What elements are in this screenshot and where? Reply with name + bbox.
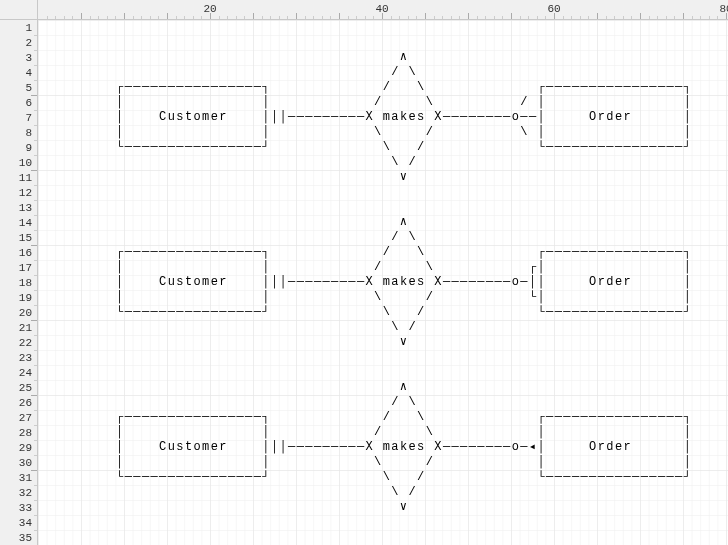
grid-cell: │ — [115, 440, 124, 455]
grid-cell: ┐ — [262, 245, 271, 260]
grid-cell: k — [399, 440, 408, 455]
grid-cell: ─ — [133, 470, 142, 485]
grid-cell: ─ — [227, 245, 236, 260]
grid-cell: ┐ — [683, 80, 692, 95]
grid-cell: │ — [262, 125, 271, 140]
row-tick-label: 5 — [25, 82, 32, 94]
grid-cell: \ — [373, 125, 382, 140]
grid-cell: / — [408, 155, 417, 170]
grid-cell: ─ — [442, 440, 451, 455]
grid-cell: ─ — [614, 410, 623, 425]
grid-cell: ─ — [674, 410, 683, 425]
grid-cell: ─ — [227, 470, 236, 485]
grid-cell: r — [623, 440, 632, 455]
grid-cell: ─ — [339, 275, 348, 290]
diagram-canvas[interactable]: ┌┐└┘────────────────────────────────││││… — [38, 20, 728, 545]
grid-cell: │ — [537, 95, 546, 110]
grid-cell: ─ — [210, 80, 219, 95]
grid-cell: ─ — [649, 80, 658, 95]
row-tick-label: 16 — [19, 247, 32, 259]
grid-cell: / — [373, 425, 382, 440]
grid-cell: │ — [537, 125, 546, 140]
grid-cell: ─ — [588, 80, 597, 95]
grid-cell: ─ — [313, 440, 322, 455]
grid-cell: ─ — [554, 245, 563, 260]
grid-cell: r — [597, 110, 606, 125]
grid-cell: │ — [683, 125, 692, 140]
grid-cell: \ — [391, 155, 400, 170]
grid-cell: ─ — [176, 140, 185, 155]
grid-cell: ─ — [666, 245, 675, 260]
grid-cell: ─ — [640, 245, 649, 260]
grid-cell: └ — [537, 305, 546, 320]
grid-cell: ─ — [167, 245, 176, 260]
grid-cell: O — [588, 440, 597, 455]
grid-cell: e — [408, 110, 417, 125]
grid-cell: X — [365, 275, 374, 290]
grid-cell: │ — [537, 440, 546, 455]
grid-cell: ─ — [674, 80, 683, 95]
grid-cell: ─ — [176, 470, 185, 485]
grid-cell: ─ — [253, 410, 262, 425]
grid-cell: ─ — [563, 305, 572, 320]
grid-cell: ─ — [193, 305, 202, 320]
grid-cell: └ — [537, 140, 546, 155]
grid-cell: ┌ — [115, 245, 124, 260]
grid-cell: ─ — [158, 305, 167, 320]
grid-cell: │ — [262, 455, 271, 470]
grid-cell: ─ — [339, 440, 348, 455]
grid-cell: ─ — [451, 440, 460, 455]
grid-cell: m — [382, 275, 391, 290]
grid-cell: ─ — [348, 440, 357, 455]
grid-cell: ─ — [322, 440, 331, 455]
grid-cell: u — [167, 110, 176, 125]
row-tick-label: 28 — [19, 427, 32, 439]
grid-cell: / — [425, 290, 434, 305]
grid-cell: └ — [115, 470, 124, 485]
grid-cell: r — [597, 440, 606, 455]
grid-cell: ─ — [184, 140, 193, 155]
grid-cell: ─ — [597, 305, 606, 320]
grid-cell: ─ — [451, 275, 460, 290]
grid-cell: ─ — [219, 470, 228, 485]
grid-cell: ─ — [597, 245, 606, 260]
grid-cell: ─ — [296, 275, 305, 290]
grid-cell: ∧ — [399, 215, 408, 230]
grid-cell: ┌ — [537, 80, 546, 95]
grid-cell: a — [391, 440, 400, 455]
grid-cell: ─ — [158, 410, 167, 425]
grid-cell: ─ — [649, 305, 658, 320]
grid-cell: ─ — [468, 110, 477, 125]
grid-cell: X — [434, 440, 443, 455]
grid-cell: ─ — [296, 110, 305, 125]
grid-cell: ─ — [606, 410, 615, 425]
grid-cell: ─ — [305, 275, 314, 290]
grid-cell: ─ — [640, 140, 649, 155]
grid-cell: C — [158, 110, 167, 125]
grid-cell: t — [184, 275, 193, 290]
grid-cell: ─ — [296, 440, 305, 455]
grid-cell: ─ — [313, 110, 322, 125]
grid-cell: r — [219, 275, 228, 290]
grid-cell: ─ — [210, 305, 219, 320]
grid-cell: ─ — [227, 410, 236, 425]
grid-cell: ─ — [158, 140, 167, 155]
grid-cell: \ — [416, 410, 425, 425]
grid-cell: │ — [115, 125, 124, 140]
row-tick-label: 13 — [19, 202, 32, 214]
grid-cell: │ — [270, 440, 279, 455]
grid-cell: a — [391, 275, 400, 290]
grid-cell: ─ — [657, 140, 666, 155]
row-tick-label: 27 — [19, 412, 32, 424]
grid-cell: / — [408, 485, 417, 500]
grid-cell: │ — [115, 95, 124, 110]
row-tick-label: 35 — [19, 532, 32, 544]
grid-cell: ─ — [227, 140, 236, 155]
grid-cell: ─ — [167, 470, 176, 485]
grid-cell: ─ — [485, 110, 494, 125]
grid-cell: u — [167, 275, 176, 290]
grid-cell: ─ — [485, 440, 494, 455]
grid-cell: ─ — [554, 470, 563, 485]
grid-cell: O — [588, 275, 597, 290]
grid-cell: ─ — [571, 470, 580, 485]
